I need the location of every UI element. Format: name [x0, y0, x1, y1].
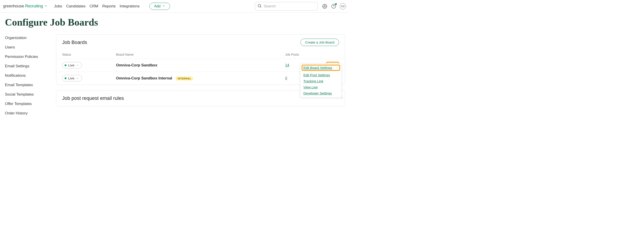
job-posts-link[interactable]: 0	[285, 76, 287, 80]
board-name: Omniva-Corp Sandbox	[116, 63, 157, 67]
avatar[interactable]: GS	[340, 3, 346, 10]
menu-tracking-link[interactable]: Tracking Link	[304, 79, 338, 83]
search-input[interactable]	[264, 4, 315, 8]
sidebar-item-users[interactable]: Users	[5, 45, 56, 50]
table-header: Status Board Name Job Posts	[56, 49, 345, 58]
search-box[interactable]	[255, 2, 318, 10]
nav-reports[interactable]: Reports	[102, 3, 116, 10]
gear-icon[interactable]	[322, 3, 328, 9]
product-switcher[interactable]: greenhouse Recruiting	[3, 4, 47, 8]
sidebar-item-order-history[interactable]: Order History	[5, 111, 56, 116]
sidebar-item-email-settings[interactable]: Email Settings	[5, 64, 56, 68]
col-header-name: Board Name	[116, 53, 285, 56]
board-name: Omniva-Corp Sandbox Internal	[116, 76, 172, 80]
svg-point-2	[324, 6, 325, 7]
logo-text-left: greenhouse	[3, 4, 24, 8]
page-title: Configure Job Boards	[0, 12, 349, 34]
sidebar-item-social-templates[interactable]: Social Templates	[5, 92, 56, 97]
menu-edit-board-settings[interactable]: Edit Board Settings	[304, 66, 332, 70]
row-actions-menu: Edit Board Settings Edit Post Settings T…	[300, 63, 342, 98]
status-dot-icon	[64, 64, 66, 66]
add-button[interactable]: Add	[150, 3, 170, 10]
nav-jobs[interactable]: Jobs	[54, 3, 62, 10]
chevron-down-icon	[76, 77, 79, 80]
highlight-box: Edit Board Settings	[302, 64, 340, 71]
create-job-board-button[interactable]: Create a Job Board	[300, 38, 339, 46]
sidebar-item-offer-templates[interactable]: Offer Templates	[5, 102, 56, 106]
nav-integrations[interactable]: Integrations	[119, 3, 140, 10]
sidebar-item-notifications[interactable]: Notifications	[5, 73, 56, 78]
sidebar-item-organization[interactable]: Organization	[5, 36, 56, 40]
status-selector[interactable]: Live	[62, 75, 82, 82]
logo-text-right: Recruiting	[25, 4, 43, 8]
status-label: Live	[68, 63, 74, 67]
internal-badge: INTERNAL	[176, 76, 194, 80]
menu-edit-post-settings[interactable]: Edit Post Settings	[304, 73, 338, 77]
menu-view-live[interactable]: View Live	[304, 85, 338, 89]
chevron-down-icon	[162, 4, 166, 8]
top-bar: greenhouse Recruiting Jobs Candidates CR…	[0, 0, 349, 12]
help-icon[interactable]	[331, 3, 336, 9]
svg-point-3	[332, 4, 336, 8]
status-selector[interactable]: Live	[62, 62, 82, 68]
notification-dot-icon	[335, 3, 337, 5]
nav-crm[interactable]: CRM	[89, 3, 99, 10]
settings-sidebar: Organization Users Permission Policies E…	[0, 34, 56, 116]
panel-title: Job Boards	[62, 40, 87, 45]
nav-candidates[interactable]: Candidates	[66, 3, 86, 10]
chevron-down-icon	[44, 4, 47, 8]
col-header-posts: Job Posts	[285, 53, 326, 56]
add-button-label: Add	[154, 4, 160, 8]
sidebar-item-email-templates[interactable]: Email Templates	[5, 83, 56, 87]
job-boards-panel: Job Boards Create a Job Board Status Boa…	[56, 34, 345, 85]
col-header-status: Status	[62, 53, 116, 56]
chevron-down-icon	[76, 64, 79, 67]
search-icon	[258, 4, 262, 9]
svg-line-1	[260, 6, 262, 8]
status-dot-icon	[64, 78, 66, 79]
job-posts-link[interactable]: 14	[285, 63, 289, 67]
sidebar-item-permission-policies[interactable]: Permission Policies	[5, 54, 56, 59]
status-label: Live	[68, 76, 74, 80]
avatar-initials: GS	[341, 5, 345, 8]
menu-developer-settings[interactable]: Developer Settings	[304, 91, 338, 95]
svg-point-0	[258, 4, 261, 7]
primary-nav: Jobs Candidates CRM Reports Integrations	[54, 3, 140, 10]
